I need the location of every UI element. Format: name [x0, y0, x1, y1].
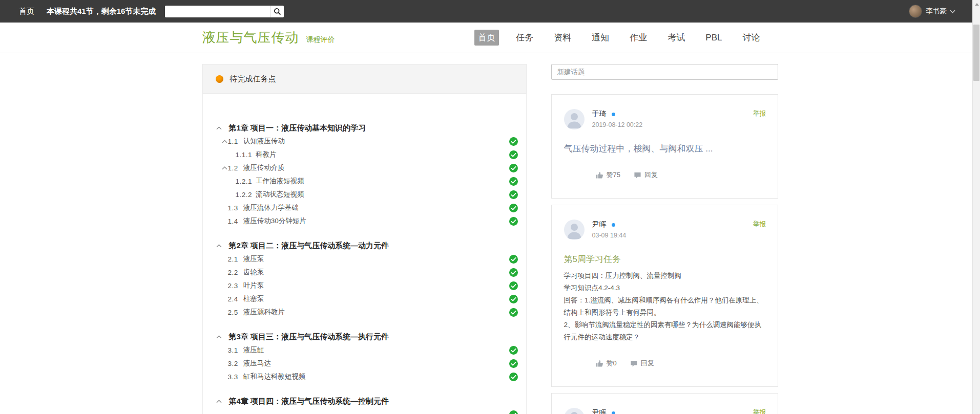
chapter-row[interactable]: 第1章 项目一：液压传动基本知识的学习	[203, 121, 526, 135]
tab-home[interactable]: 首页	[474, 30, 499, 46]
search-icon	[274, 8, 281, 15]
check-circle-icon	[509, 346, 518, 355]
check-circle-icon	[509, 255, 518, 264]
check-circle-icon	[509, 164, 518, 172]
presence-dot-icon	[612, 223, 615, 227]
tree-item[interactable]: 1.3液压流体力学基础	[203, 201, 526, 214]
person-icon	[564, 220, 585, 240]
post-author[interactable]: 尹晖	[592, 220, 607, 229]
post-time: 2019-08-12 00:22	[592, 121, 643, 128]
chapter-title: 第3章 项目三：液压与气压传动系统—执行元件	[229, 332, 389, 342]
check-circle-icon	[509, 308, 518, 317]
tree-item[interactable]: 1.2.1工作油液短视频	[203, 175, 526, 188]
topbar-home-link[interactable]: 首页	[19, 7, 34, 16]
item-label: 液压源科教片	[243, 308, 285, 317]
post-avatar[interactable]	[564, 220, 585, 240]
tree-item[interactable]: 1.4液压传动30分钟短片	[203, 214, 526, 228]
user-menu[interactable]: 李书豪	[909, 0, 956, 23]
item-label: 液压马达	[243, 359, 271, 368]
item-number: 2.1	[228, 255, 238, 263]
tree-item[interactable]: 3.2液压马达	[203, 357, 526, 370]
item-number: 3.3	[228, 373, 238, 381]
item-number: 2.4	[228, 295, 238, 303]
tab-pbl[interactable]: PBL	[702, 31, 725, 45]
pending-tasks-header: 待完成任务点	[202, 64, 527, 94]
tree-item[interactable]: 1.2液压传动介质	[203, 161, 526, 175]
collapse-toggle[interactable]	[216, 244, 222, 248]
item-label: 认知液压传动	[243, 137, 285, 146]
scroll-up-button[interactable]	[973, 0, 980, 8]
chevron-down-icon	[950, 10, 955, 13]
item-label: 液压传动介质	[243, 163, 285, 172]
tab-materials[interactable]: 资料	[550, 30, 575, 46]
reply-button[interactable]: 回复	[630, 359, 654, 368]
thumb-up-icon	[596, 171, 603, 179]
thumb-up-icon	[596, 360, 603, 367]
tab-homework[interactable]: 作业	[626, 30, 651, 46]
tree-item[interactable]: 3.3缸和马达科教短视频	[203, 370, 526, 383]
topbar: 首页 本课程共41节，剩余16节未完成 李书豪	[0, 0, 980, 23]
post-author[interactable]: 于琦	[592, 110, 607, 119]
speech-bubble-icon	[634, 171, 641, 179]
reply-label: 回复	[644, 170, 658, 180]
chapter-row[interactable]: 第4章 项目四：液压与气压传动系统—控制元件	[203, 395, 526, 408]
tree-item[interactable]: 3.1液压缸	[203, 343, 526, 357]
item-number: 1.3	[228, 204, 238, 212]
report-link[interactable]: 举报	[753, 109, 766, 118]
chevron-up-icon	[216, 126, 222, 130]
like-button[interactable]: 赞75	[596, 170, 620, 180]
report-link[interactable]: 举报	[753, 220, 766, 229]
tab-exams[interactable]: 考试	[664, 30, 689, 46]
post-title[interactable]: 气压传动过程中，梭阀、与阀和双压 ...	[564, 143, 765, 155]
post-avatar[interactable]	[564, 109, 585, 129]
collapse-toggle[interactable]	[216, 400, 222, 403]
post-body: 学习项目四：压力控制阀、流量控制阀学习知识点4.2-4.3回答：1.溢流阀、减压…	[564, 270, 765, 343]
tree-item[interactable]: 2.3叶片泵	[203, 279, 526, 292]
post-avatar[interactable]	[564, 408, 585, 414]
tree-item[interactable]: 2.5液压源科教片	[203, 306, 526, 319]
tree-item[interactable]: 2.1液压泵	[203, 252, 526, 266]
tree-item[interactable]: 1.1认知液压传动	[203, 135, 526, 148]
reply-button[interactable]: 回复	[634, 170, 658, 180]
collapse-toggle[interactable]	[222, 166, 228, 170]
item-number: 3.2	[228, 360, 238, 367]
collapse-toggle[interactable]	[222, 140, 228, 143]
tab-tasks[interactable]: 任务	[512, 30, 537, 46]
collapse-toggle[interactable]	[216, 126, 222, 130]
tree-item[interactable]: 2.2齿轮泵	[203, 266, 526, 279]
report-link[interactable]: 举报	[753, 408, 766, 414]
tree-item[interactable]	[203, 408, 526, 414]
check-circle-icon	[509, 373, 518, 381]
scrollbar-thumb[interactable]	[973, 25, 979, 81]
chapter-block: 第1章 项目一：液压传动基本知识的学习1.1认知液压传动1.1.1科教片1.2液…	[203, 121, 526, 228]
course-header: 液压与气压传动 课程评价 首页任务资料通知作业考试PBL讨论	[0, 23, 980, 53]
page-content: 待完成任务点 第1章 项目一：液压传动基本知识的学习1.1认知液压传动1.1.1…	[202, 64, 778, 414]
tree-item[interactable]: 1.2.2流动状态短视频	[203, 188, 526, 201]
page-scrollbar[interactable]	[972, 0, 980, 414]
item-number: 1.1.1	[236, 151, 253, 159]
nav-tabs: 首页任务资料通知作业考试PBL讨论	[474, 30, 763, 46]
post-author[interactable]: 尹晖	[592, 408, 607, 414]
chapter-tree: 第1章 项目一：液压传动基本知识的学习1.1认知液压传动1.1.1科教片1.2液…	[202, 94, 527, 414]
speech-bubble-icon	[630, 360, 638, 367]
tree-item[interactable]: 2.4柱塞泵	[203, 292, 526, 306]
course-title: 液压与气压传动	[202, 29, 299, 47]
course-eval-link[interactable]: 课程评价	[306, 35, 335, 45]
tree-item[interactable]: 1.1.1科教片	[203, 148, 526, 161]
item-label: 齿轮泵	[243, 268, 264, 277]
new-topic-input[interactable]	[551, 64, 778, 80]
post-body-line: 学习知识点4.2-4.3	[564, 282, 765, 294]
chapter-row[interactable]: 第3章 项目三：液压与气压传动系统—执行元件	[203, 330, 526, 343]
person-icon	[564, 109, 585, 129]
post-title[interactable]: 第5周学习任务	[564, 253, 765, 266]
search-input[interactable]	[165, 7, 270, 16]
search-button[interactable]	[270, 6, 284, 17]
tab-notices[interactable]: 通知	[588, 30, 613, 46]
like-button[interactable]: 赞0	[596, 359, 617, 368]
user-name: 李书豪	[926, 7, 947, 16]
post-list: 于琦2019-08-12 00:22举报气压传动过程中，梭阀、与阀和双压 ...…	[551, 94, 778, 414]
item-number: 2.2	[228, 269, 238, 276]
tab-discussion[interactable]: 讨论	[739, 30, 764, 46]
chapter-row[interactable]: 第2章 项目二：液压与气压传动系统—动力元件	[203, 239, 526, 252]
collapse-toggle[interactable]	[216, 335, 222, 339]
